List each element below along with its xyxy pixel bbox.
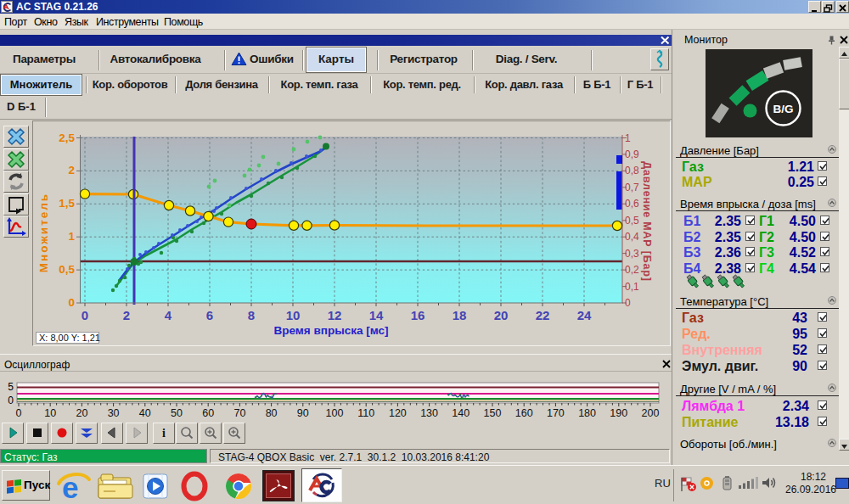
svg-text:0,2: 0,2: [625, 264, 639, 276]
svg-text:200: 200: [642, 407, 660, 419]
svg-text:60: 60: [202, 407, 214, 419]
svg-text:0,5: 0,5: [625, 215, 639, 227]
svg-text:10: 10: [286, 308, 301, 322]
svg-text:160: 160: [515, 407, 533, 419]
svg-text:0: 0: [8, 395, 14, 406]
svg-text:190: 190: [610, 407, 627, 419]
svg-text:2,5: 2,5: [59, 132, 75, 144]
svg-text:0,5: 0,5: [59, 263, 75, 276]
svg-text:0,9: 0,9: [625, 148, 639, 160]
svg-text:30: 30: [108, 407, 120, 419]
svg-text:140: 140: [452, 407, 469, 419]
svg-text:0,1: 0,1: [625, 281, 639, 293]
svg-text:18: 18: [453, 308, 467, 322]
svg-text:120: 120: [389, 407, 407, 419]
svg-text:22: 22: [536, 308, 550, 322]
svg-text:14: 14: [369, 308, 384, 322]
svg-text:Давление МАР [Бар]: Давление МАР [Бар]: [641, 161, 653, 281]
svg-text:12: 12: [328, 308, 342, 322]
svg-text:16: 16: [411, 308, 425, 322]
svg-text:24: 24: [577, 308, 592, 322]
svg-text:170: 170: [547, 407, 565, 419]
svg-text:Множитель: Множитель: [37, 193, 50, 272]
svg-text:6: 6: [206, 308, 213, 322]
svg-text:10: 10: [44, 407, 56, 419]
svg-text:20: 20: [76, 407, 87, 419]
svg-text:90: 90: [297, 407, 309, 419]
svg-text:1,5: 1,5: [59, 197, 75, 210]
svg-text:B/G: B/G: [773, 103, 793, 115]
svg-text:5: 5: [8, 382, 14, 393]
svg-text:4: 4: [165, 308, 172, 322]
svg-text:0: 0: [82, 308, 88, 322]
svg-text:1: 1: [68, 230, 75, 243]
svg-text:20: 20: [494, 308, 509, 322]
svg-text:2: 2: [68, 164, 75, 176]
svg-text:80: 80: [266, 407, 278, 419]
svg-text:150: 150: [484, 407, 502, 419]
svg-text:1: 1: [625, 132, 631, 144]
svg-text:40: 40: [139, 407, 151, 419]
svg-text:i: i: [162, 427, 166, 440]
svg-text:8: 8: [248, 308, 255, 322]
svg-text:70: 70: [233, 407, 245, 419]
svg-text:0: 0: [68, 296, 75, 309]
svg-text:110: 110: [357, 407, 374, 419]
svg-text:130: 130: [420, 407, 438, 419]
svg-text:0: 0: [16, 407, 22, 419]
svg-text:0,7: 0,7: [625, 182, 639, 193]
svg-text:50: 50: [171, 407, 183, 419]
svg-text:0,8: 0,8: [625, 165, 639, 176]
svg-text:0,3: 0,3: [625, 248, 639, 260]
svg-text:Время впрыска [мс]: Время впрыска [мс]: [274, 324, 389, 337]
svg-text:2: 2: [123, 308, 130, 322]
svg-text:0: 0: [625, 297, 631, 309]
svg-text:180: 180: [578, 407, 596, 419]
svg-text:100: 100: [326, 407, 344, 419]
svg-text:0,4: 0,4: [625, 231, 639, 243]
svg-text:0,6: 0,6: [625, 198, 639, 210]
